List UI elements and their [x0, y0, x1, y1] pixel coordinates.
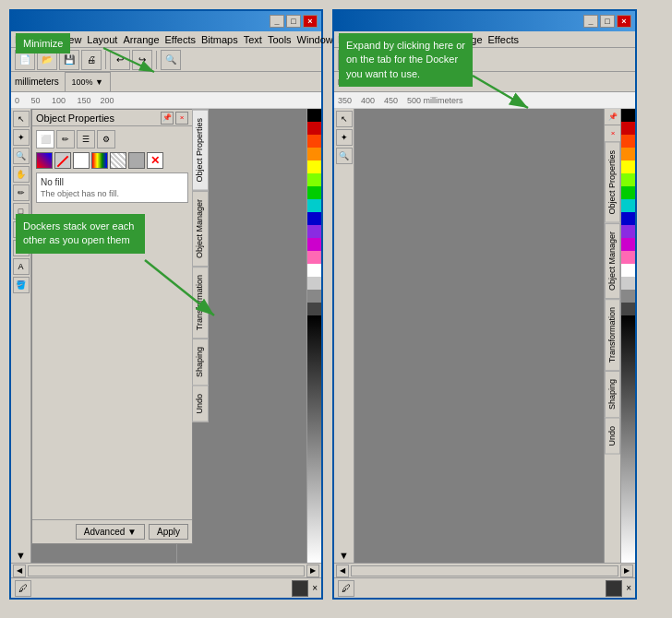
r-swatch-white[interactable] — [621, 264, 635, 277]
docker-close-btn[interactable]: × — [175, 112, 188, 125]
menu-item-effects[interactable]: Effects — [165, 34, 196, 45]
freehand-tool[interactable]: ✏ — [13, 184, 30, 201]
right-maximize-button[interactable]: □ — [600, 15, 615, 28]
r-docker-close[interactable]: × — [605, 125, 621, 142]
scroll-track-h[interactable] — [28, 565, 305, 576]
swatch-black[interactable] — [307, 109, 321, 122]
swatch-yellow[interactable] — [307, 160, 321, 173]
left-scrollbar-h[interactable]: ◀ ▶ — [11, 563, 321, 577]
r-swatch-green[interactable] — [621, 186, 635, 199]
r-swatch-chartreuse[interactable] — [621, 173, 635, 186]
tab-object-properties[interactable]: Object Properties — [192, 110, 209, 191]
r-swatch-violet[interactable] — [621, 225, 635, 238]
menu-item-text[interactable]: Text — [244, 34, 262, 45]
r-shape-tool[interactable]: ✦ — [336, 129, 353, 146]
swatch-lgray[interactable] — [307, 277, 321, 290]
swatch-white[interactable] — [307, 264, 321, 277]
right-minimize-button[interactable]: _ — [583, 15, 598, 28]
r-scroll-track[interactable] — [351, 565, 618, 576]
r-docker-pin[interactable]: 📌 — [605, 109, 621, 125]
zoom-btn[interactable]: 🔍 — [161, 50, 181, 70]
scroll-left-btn[interactable]: ◀ — [13, 565, 26, 577]
apply-btn[interactable]: Apply — [149, 524, 188, 540]
right-close-button[interactable]: × — [617, 15, 631, 28]
scroll-right-btn[interactable]: ▶ — [306, 565, 319, 577]
r-swatch-black[interactable] — [621, 109, 635, 122]
left-tool-scroll-down[interactable]: ▼ — [16, 550, 26, 561]
r-swatch-blue[interactable] — [621, 212, 635, 225]
color-no-fill-btn[interactable] — [54, 152, 71, 169]
tab-shaping[interactable]: Shaping — [192, 339, 209, 386]
r-swatch-pink[interactable] — [621, 251, 635, 264]
swatch-orange[interactable] — [307, 148, 321, 160]
menu-item-bitmaps[interactable]: Bitmaps — [201, 34, 238, 45]
color-pattern-btn[interactable] — [110, 152, 126, 169]
swatch-dgray[interactable] — [307, 303, 321, 315]
right-canvas-area[interactable] — [354, 109, 635, 563]
menu-item-window[interactable]: Window — [297, 34, 333, 45]
undo-btn[interactable]: ↩ — [110, 50, 130, 70]
r-zoom-tool[interactable]: 🔍 — [336, 148, 353, 164]
r-tab-transformation[interactable]: Transformation — [605, 299, 620, 371]
r-swatch-darkorange[interactable] — [621, 148, 635, 160]
tab-transformation[interactable]: Transformation — [192, 267, 209, 339]
right-scrollbar-h[interactable]: ◀ ▶ — [334, 563, 635, 577]
r-tab-shaping[interactable]: Shaping — [605, 371, 620, 418]
swatch-orange-red[interactable] — [307, 135, 321, 148]
r-menu-effects[interactable]: Effects — [488, 34, 519, 45]
r-tab-object-properties[interactable]: Object Properties — [605, 142, 620, 223]
pan-tool[interactable]: ✋ — [13, 166, 30, 183]
swatch-magenta[interactable] — [307, 238, 321, 251]
color-custom-btn[interactable]: ✕ — [147, 152, 163, 169]
print-btn[interactable]: 🖨 — [81, 50, 102, 70]
r-swatch-gray[interactable] — [621, 290, 635, 303]
r-swatch-cyan[interactable] — [621, 199, 635, 212]
r-swatch-yellow[interactable] — [621, 160, 635, 173]
r-swatch-dgray[interactable] — [621, 303, 635, 315]
text-tool[interactable]: A — [13, 258, 30, 275]
swatch-cyan[interactable] — [307, 199, 321, 212]
redo-btn[interactable]: ↪ — [132, 50, 152, 70]
r-swatch-orange[interactable] — [621, 135, 635, 148]
r-swatch-lgray[interactable] — [621, 277, 635, 290]
minimize-button[interactable]: _ — [270, 15, 284, 28]
tab-undo[interactable]: Undo — [192, 386, 209, 422]
properties-list-icon[interactable]: ☰ — [77, 130, 95, 149]
color-white-btn[interactable] — [73, 152, 90, 169]
r-tool-scroll[interactable]: ▼ — [339, 550, 349, 561]
menu-item-layout[interactable]: Layout — [87, 34, 117, 45]
fill-icon[interactable]: ⬜ — [36, 130, 54, 149]
select-tool[interactable]: ↖ — [13, 111, 30, 127]
swatch-blue[interactable] — [307, 212, 321, 225]
swatch-violet[interactable] — [307, 225, 321, 238]
zoom-level-btn[interactable]: 100% ▼ — [65, 72, 111, 92]
swatch-pink[interactable] — [307, 251, 321, 264]
r-tab-object-manager[interactable]: Object Manager — [605, 223, 620, 299]
color-gradient-btn[interactable] — [91, 152, 108, 169]
swatch-red[interactable] — [307, 122, 321, 135]
tab-object-manager[interactable]: Object Manager — [192, 191, 209, 267]
color-fill-btn[interactable] — [36, 152, 53, 169]
swatch-chartreuse[interactable] — [307, 173, 321, 186]
r-swatch-red[interactable] — [621, 122, 635, 135]
advanced-dropdown-btn[interactable]: Advanced ▼ — [76, 524, 145, 540]
swatch-gray[interactable] — [307, 290, 321, 303]
close-button[interactable]: × — [303, 15, 318, 28]
status-icon[interactable]: 🖊 — [15, 580, 31, 597]
docker-pin-btn[interactable]: 📌 — [161, 112, 174, 125]
r-swatch-magenta[interactable] — [621, 238, 635, 251]
r-select-tool[interactable]: ↖ — [336, 111, 353, 127]
outline-icon[interactable]: ✏ — [56, 130, 75, 149]
r-tab-undo[interactable]: Undo — [605, 418, 620, 455]
color-texture-btn[interactable] — [128, 152, 145, 169]
maximize-button[interactable]: □ — [286, 15, 301, 28]
shape-tool[interactable]: ✦ — [13, 129, 30, 146]
zoom-tool[interactable]: 🔍 — [13, 148, 30, 164]
advanced-icon[interactable]: ⚙ — [97, 130, 115, 149]
r-scroll-right[interactable]: ▶ — [620, 565, 633, 577]
fill-tool[interactable]: 🪣 — [13, 277, 30, 293]
menu-item-tools[interactable]: Tools — [268, 34, 292, 45]
r-scroll-left[interactable]: ◀ — [336, 565, 349, 577]
r-status-icon[interactable]: 🖊 — [338, 580, 354, 597]
menu-item-arrange[interactable]: Arrange — [123, 34, 159, 45]
